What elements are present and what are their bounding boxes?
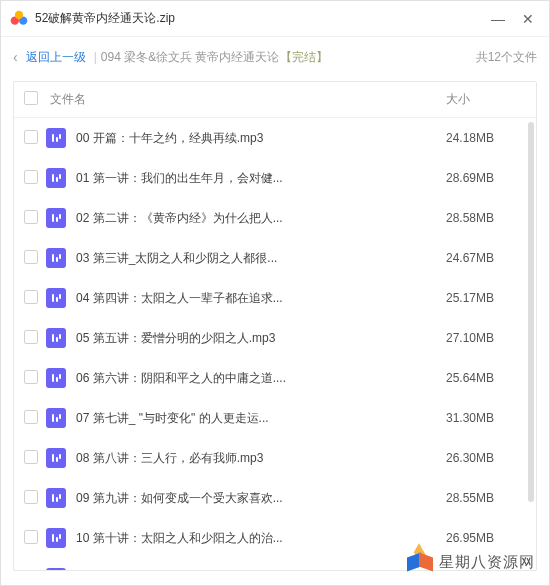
file-type-icon-wrap (46, 528, 72, 548)
file-type-icon-wrap (46, 368, 72, 388)
table-row[interactable]: 09 第九讲：如何变成一个受大家喜欢...28.55MB (14, 478, 536, 518)
file-name: 02 第二讲：《黄帝内经》为什么把人... (72, 210, 446, 227)
file-name: 10 第十讲：太阳之人和少阳之人的治... (72, 530, 446, 547)
breadcrumb-bar: ‹ 返回上一级 | 094 梁冬&徐文兵 黄帝内经通天论 【完结】 共12个文件 (1, 37, 549, 77)
close-button[interactable]: ✕ (521, 12, 535, 26)
file-name: 07 第七讲_ "与时变化" 的人更走运... (72, 410, 446, 427)
select-all-checkbox[interactable] (24, 91, 38, 105)
file-size: 25.64MB (446, 371, 526, 385)
scroll-thumb[interactable] (528, 122, 534, 502)
audio-file-icon (46, 368, 66, 388)
file-type-icon-wrap (46, 488, 72, 508)
file-name: 08 第八讲：三人行，必有我师.mp3 (72, 450, 446, 467)
file-size: 28.55MB (446, 491, 526, 505)
table-row[interactable]: 08 第八讲：三人行，必有我师.mp326.30MB (14, 438, 536, 478)
file-size: 24.67MB (446, 251, 526, 265)
watermark: 星期八资源网 (407, 549, 535, 575)
nav-separator: | (94, 50, 97, 64)
file-type-icon-wrap (46, 288, 72, 308)
row-checkbox[interactable] (24, 130, 38, 144)
row-checkbox-wrap (24, 570, 46, 571)
file-type-icon-wrap (46, 408, 72, 428)
row-checkbox[interactable] (24, 330, 38, 344)
file-count: 共12个文件 (476, 49, 537, 66)
scrollbar[interactable] (528, 122, 534, 562)
audio-file-icon (46, 248, 66, 268)
file-type-icon-wrap (46, 328, 72, 348)
nav-up-link[interactable]: 返回上一级 (26, 49, 86, 66)
header-checkbox-col (24, 91, 46, 108)
audio-file-icon (46, 448, 66, 468)
file-name: 04 第四讲：太阳之人一辈子都在追求... (72, 290, 446, 307)
header-size[interactable]: 大小 (446, 91, 526, 108)
row-checkbox[interactable] (24, 450, 38, 464)
row-checkbox[interactable] (24, 410, 38, 424)
file-type-icon-wrap (46, 208, 72, 228)
window-title: 52破解黄帝内经通天论.zip (35, 10, 491, 27)
row-checkbox[interactable] (24, 530, 38, 544)
file-rows: 00 开篇：十年之约，经典再续.mp324.18MB01 第一讲：我们的出生年月… (14, 118, 536, 570)
nav-path: 094 梁冬&徐文兵 黄帝内经通天论 (101, 49, 280, 66)
audio-file-icon (46, 288, 66, 308)
table-row[interactable]: 02 第二讲：《黄帝内经》为什么把人...28.58MB (14, 198, 536, 238)
file-size: 24.18MB (446, 131, 526, 145)
header-name[interactable]: 文件名 (46, 91, 446, 108)
svg-point-2 (15, 10, 23, 18)
table-row[interactable]: 05 第五讲：爱憎分明的少阳之人.mp327.10MB (14, 318, 536, 358)
file-size: 28.58MB (446, 211, 526, 225)
audio-file-icon (46, 128, 66, 148)
file-type-icon-wrap (46, 248, 72, 268)
row-checkbox-wrap (24, 450, 46, 467)
list-header: 文件名 大小 (14, 82, 536, 118)
row-checkbox-wrap (24, 530, 46, 547)
file-name: 06 第六讲：阴阳和平之人的中庸之道.... (72, 370, 446, 387)
file-size: 28.69MB (446, 171, 526, 185)
file-size: 26.30MB (446, 451, 526, 465)
audio-file-icon (46, 488, 66, 508)
window-controls: — ✕ (491, 12, 541, 26)
row-checkbox[interactable] (24, 570, 38, 571)
row-checkbox-wrap (24, 330, 46, 347)
file-size: 27.10MB (446, 331, 526, 345)
row-checkbox-wrap (24, 130, 46, 147)
row-checkbox[interactable] (24, 250, 38, 264)
table-row[interactable]: 07 第七讲_ "与时变化" 的人更走运...31.30MB (14, 398, 536, 438)
minimize-button[interactable]: — (491, 12, 505, 26)
audio-file-icon (46, 568, 66, 570)
file-name: 01 第一讲：我们的出生年月，会对健... (72, 170, 446, 187)
row-checkbox-wrap (24, 410, 46, 427)
table-row[interactable]: 01 第一讲：我们的出生年月，会对健...28.69MB (14, 158, 536, 198)
table-row[interactable]: 00 开篇：十年之约，经典再续.mp324.18MB (14, 118, 536, 158)
file-name: 11 第十一讲：知己、知彼，是人际关... (72, 570, 446, 571)
file-name: 03 第三讲_太阴之人和少阴之人都很... (72, 250, 446, 267)
file-type-icon-wrap (46, 568, 72, 570)
app-logo-icon (9, 9, 29, 29)
file-size: 26.95MB (446, 531, 526, 545)
file-name: 09 第九讲：如何变成一个受大家喜欢... (72, 490, 446, 507)
file-size: 31.30MB (446, 411, 526, 425)
row-checkbox-wrap (24, 210, 46, 227)
row-checkbox-wrap (24, 170, 46, 187)
row-checkbox-wrap (24, 250, 46, 267)
row-checkbox-wrap (24, 370, 46, 387)
row-checkbox[interactable] (24, 170, 38, 184)
file-type-icon-wrap (46, 128, 72, 148)
row-checkbox-wrap (24, 490, 46, 507)
titlebar: 52破解黄帝内经通天论.zip — ✕ (1, 1, 549, 37)
audio-file-icon (46, 328, 66, 348)
table-row[interactable]: 04 第四讲：太阳之人一辈子都在追求...25.17MB (14, 278, 536, 318)
table-row[interactable]: 03 第三讲_太阴之人和少阴之人都很...24.67MB (14, 238, 536, 278)
audio-file-icon (46, 408, 66, 428)
watermark-text: 星期八资源网 (439, 553, 535, 572)
row-checkbox[interactable] (24, 210, 38, 224)
row-checkbox-wrap (24, 290, 46, 307)
file-list: 文件名 大小 00 开篇：十年之约，经典再续.mp324.18MB01 第一讲：… (13, 81, 537, 571)
table-row[interactable]: 06 第六讲：阴阳和平之人的中庸之道....25.64MB (14, 358, 536, 398)
back-icon[interactable]: ‹ (13, 49, 18, 65)
file-type-icon-wrap (46, 168, 72, 188)
row-checkbox[interactable] (24, 370, 38, 384)
audio-file-icon (46, 208, 66, 228)
file-name: 00 开篇：十年之约，经典再续.mp3 (72, 130, 446, 147)
row-checkbox[interactable] (24, 490, 38, 504)
row-checkbox[interactable] (24, 290, 38, 304)
